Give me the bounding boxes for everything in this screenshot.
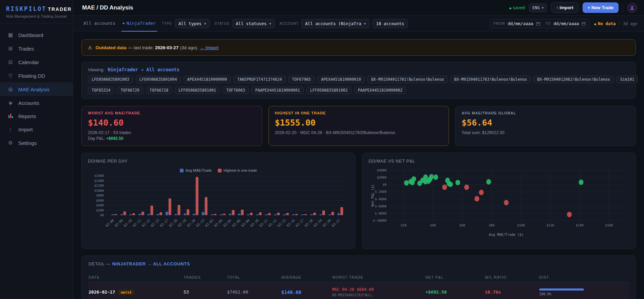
new-trade-button[interactable]: + New Trade bbox=[583, 2, 619, 13]
account-chip[interactable]: BX-M91504012062!Bulenox!Bulenox bbox=[533, 76, 614, 83]
svg-text:02-11: 02-11 bbox=[132, 218, 142, 227]
import-button[interactable]: ↑ Import bbox=[551, 2, 579, 13]
tab-ninjatrader[interactable]: ●NinjaTrader bbox=[121, 16, 157, 32]
to-date-input[interactable]: dd/mm/aaaa bbox=[553, 21, 579, 26]
scatter-chart-title: DD/MAE VS NET P&L bbox=[368, 158, 629, 164]
account-chip[interactable]: LFF0506835891002 bbox=[306, 87, 352, 94]
account-select[interactable]: All accounts (NinjaTra ▼ bbox=[301, 19, 370, 28]
status-select[interactable]: All statuses ▼ bbox=[232, 19, 275, 28]
svg-text:03-06: 03-06 bbox=[231, 218, 241, 227]
sidebar-item-label: Reports bbox=[18, 113, 36, 119]
svg-text:03-09: 03-09 bbox=[241, 218, 250, 227]
sidebar-item-accounts[interactable]: ◈Accounts bbox=[0, 96, 73, 110]
type-label: TYPE bbox=[162, 22, 172, 25]
to-label: TO bbox=[546, 22, 551, 25]
account-chip[interactable]: TOF66729 bbox=[117, 87, 143, 94]
table-header-row: DATETRADESTOTALAVERAGEWORST TRADENET P&L… bbox=[89, 273, 629, 282]
sidebar-item-reports[interactable]: Reports bbox=[0, 110, 73, 123]
type-value: All types bbox=[178, 21, 202, 26]
svg-text:$200: $200 bbox=[96, 208, 104, 212]
sidebar-item-import[interactable]: ↑Import bbox=[0, 123, 73, 136]
account-chip[interactable]: TOF76063 bbox=[223, 87, 249, 94]
user-avatar[interactable] bbox=[627, 3, 637, 13]
svg-text:02-18: 02-18 bbox=[168, 218, 178, 227]
account-chip[interactable]: PAAPEX4451810000002 bbox=[354, 87, 406, 94]
account-chip[interactable]: APEX4451810000009 bbox=[184, 76, 231, 83]
account-chip[interactable]: TOF66728 bbox=[146, 87, 172, 94]
sidebar-item-label: Trades bbox=[18, 46, 34, 52]
sidebar-item-trades[interactable]: ⊞Trades bbox=[0, 42, 73, 55]
language-select[interactable]: ENG ▼ bbox=[529, 3, 547, 12]
account-chip[interactable]: PAAPEX4451810000001 bbox=[251, 87, 304, 94]
svg-text:$1000: $1000 bbox=[94, 189, 104, 192]
page-title: MAE / DD Analysis bbox=[82, 4, 133, 11]
svg-text:$0: $0 bbox=[100, 213, 104, 217]
content-scroll[interactable]: ⚠ Outdated data — last trade: 2026-03-27… bbox=[73, 32, 644, 299]
account-label: ACCOUNT bbox=[280, 22, 299, 25]
logo: RISKPILOTTRADER Risk Management & Tradin… bbox=[0, 0, 73, 23]
calendar-icon[interactable] bbox=[582, 22, 586, 26]
svg-text:02-10: 02-10 bbox=[123, 218, 133, 227]
svg-text:03-05: 03-05 bbox=[223, 218, 232, 227]
detail-table-card: DETAIL — NINJATRADER → ALL ACCOUNTS DATE… bbox=[81, 256, 636, 299]
account-chip[interactable]: TAKEPROFIT471374624 bbox=[233, 76, 286, 83]
svg-text:$-6000: $-6000 bbox=[375, 204, 387, 208]
sidebar-item-dashboard[interactable]: ▦Dashboard bbox=[0, 28, 73, 42]
sidebar-item-mae-analysis[interactable]: ◎MAE Analysis bbox=[0, 82, 73, 96]
cell-net-pl: +$692.50 bbox=[425, 289, 485, 295]
account-chip[interactable]: TOF65324 bbox=[88, 87, 114, 94]
stat-card-label: HIGHEST IN ONE TRADE bbox=[275, 111, 443, 115]
account-chip[interactable]: APEX4451810000010 bbox=[317, 76, 365, 83]
account-chip[interactable]: TOF67985 bbox=[288, 76, 315, 83]
from-date-input[interactable]: dd/mm/aaaa bbox=[508, 21, 533, 26]
target-icon: ◎ bbox=[7, 86, 14, 92]
accounts-count-chip[interactable]: 18 accounts bbox=[372, 19, 408, 28]
language-value: ENG bbox=[532, 5, 540, 10]
from-label: FROM bbox=[494, 22, 505, 25]
banner-import-link[interactable]: → Import bbox=[200, 45, 219, 50]
main-area[interactable]: MAE / DD Analysis ●saved ENG ▼ ↑ Import … bbox=[73, 0, 644, 299]
scatter-chart-card: DD/MAE VS NET P&L $4000$2000$0$-2000$-40… bbox=[362, 153, 636, 249]
svg-text:03-27: 03-27 bbox=[331, 218, 341, 227]
account-chip[interactable]: LFE0506835891003 bbox=[88, 76, 133, 83]
sidebar-item-calendar[interactable]: ⊟Calendar bbox=[0, 55, 73, 69]
account-chip[interactable]: BX-M91504011761!Bulenox!Bulenox bbox=[367, 76, 448, 83]
account-chip[interactable]: Sim101 bbox=[617, 76, 638, 83]
account-chip[interactable]: LFE0506835891004 bbox=[136, 76, 181, 83]
svg-text:03-20: 03-20 bbox=[322, 218, 332, 227]
svg-text:02-20: 02-20 bbox=[186, 218, 196, 227]
charts-row: DD/MAE PER DAY Avg MAE/TradeHighest in o… bbox=[81, 153, 636, 249]
dashboard-icon: ▦ bbox=[7, 32, 14, 38]
banner-title: Outdated data bbox=[96, 45, 127, 50]
type-select[interactable]: All types ▼ bbox=[175, 19, 210, 28]
svg-text:02-23: 02-23 bbox=[195, 218, 205, 227]
svg-text:03-16: 03-16 bbox=[286, 218, 296, 227]
cell-worst-trade: MGC 04-26 $684.00BX-M91504011763!Bul… bbox=[332, 287, 425, 297]
saved-dot-icon: ● bbox=[510, 6, 511, 10]
account-chip[interactable]: LFF0506835891001 bbox=[175, 87, 220, 94]
legend-item: Avg MAE/Trade bbox=[180, 168, 212, 172]
floating-dd-icon: ▽ bbox=[7, 73, 14, 79]
svg-text:$20: $20 bbox=[401, 223, 406, 227]
bar-chart-card: DD/MAE PER DAY Avg MAE/TradeHighest in o… bbox=[81, 153, 355, 249]
chevron-down-icon: ▼ bbox=[204, 22, 206, 25]
worst-badge: worst bbox=[118, 289, 134, 295]
svg-text:02-17: 02-17 bbox=[159, 218, 169, 227]
stat-card-subtext: 2026-02-20 · MGC 04-26 · BX-M91504011763… bbox=[275, 130, 443, 135]
viewing-panel: Viewing: NinjaTrader → All accounts LFE0… bbox=[81, 62, 636, 99]
topbar: MAE / DD Analysis ●saved ENG ▼ ↑ Import … bbox=[73, 0, 644, 16]
account-chip[interactable]: BX-M91504011763!Bulenox!Bulenox bbox=[451, 76, 531, 83]
calendar-icon[interactable] bbox=[536, 22, 540, 26]
last-update-ago: · 3d ago bbox=[619, 21, 637, 26]
svg-text:02-19: 02-19 bbox=[177, 218, 187, 227]
bar-chart-title: DD/MAE PER DAY bbox=[88, 158, 349, 164]
tab-all-accounts[interactable]: All accounts bbox=[82, 16, 117, 32]
svg-text:$120: $120 bbox=[546, 223, 554, 227]
sidebar-item-floating-dd[interactable]: ▽Floating DD bbox=[0, 69, 73, 82]
status-label: STATUS bbox=[214, 22, 229, 25]
svg-text:$600: $600 bbox=[96, 199, 104, 202]
sidebar-item-settings[interactable]: ⚙Settings bbox=[0, 136, 73, 150]
svg-text:02-09: 02-09 bbox=[114, 218, 124, 227]
svg-text:$1200: $1200 bbox=[94, 184, 104, 187]
account-chips-row-1: LFE0506835891003LFE0506835891004APEX4451… bbox=[88, 76, 629, 83]
